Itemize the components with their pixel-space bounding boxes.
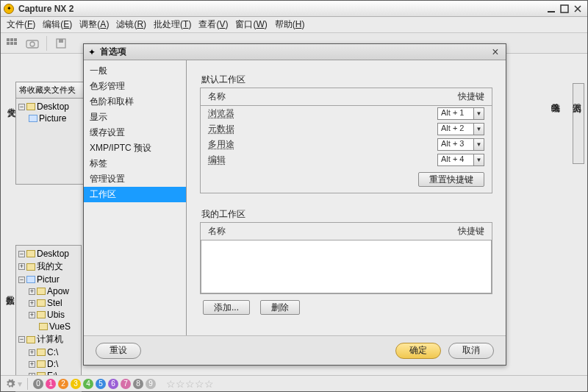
collapse-icon[interactable]: − <box>18 336 25 343</box>
delete-workspace-button[interactable]: 删除 <box>260 300 300 315</box>
svg-rect-1 <box>561 5 568 13</box>
dialog-close-button[interactable]: × <box>490 46 501 58</box>
shortcut-input[interactable]: Alt + 1 <box>437 107 474 120</box>
col-name: 名称 <box>208 225 458 238</box>
tree-row[interactable]: VueS <box>18 321 79 332</box>
collapse-icon[interactable]: − <box>18 277 25 283</box>
label-badge[interactable]: 5 <box>96 379 106 389</box>
label-badge[interactable]: 4 <box>83 379 93 389</box>
tree-row[interactable]: +Stel <box>18 297 79 309</box>
close-button[interactable] <box>571 4 584 14</box>
cancel-button[interactable]: 取消 <box>448 343 494 359</box>
window-controls <box>545 4 584 14</box>
chevron-down-icon[interactable]: ▼ <box>474 154 484 166</box>
chevron-down-icon[interactable]: ▼ <box>474 123 484 135</box>
category-item[interactable]: 色彩管理 <box>84 79 186 94</box>
minimize-button[interactable] <box>545 4 558 14</box>
ok-button[interactable]: 确定 <box>395 343 441 359</box>
shortcut-input[interactable]: Alt + 3 <box>437 138 474 151</box>
tree-row[interactable]: −计算机 <box>18 332 79 346</box>
save-icon[interactable] <box>54 37 68 50</box>
tree-row[interactable]: −Desktop <box>18 248 79 260</box>
maximize-button[interactable] <box>558 4 571 14</box>
my-workspace-list[interactable] <box>201 240 492 293</box>
menu-batch[interactable]: 批处理(T) <box>151 17 194 32</box>
label-badge[interactable]: 6 <box>108 379 118 389</box>
label-badge[interactable]: 7 <box>121 379 131 389</box>
camera-icon[interactable] <box>26 37 39 50</box>
app-icon: ✦ <box>88 47 96 57</box>
star-icon[interactable]: ☆ <box>185 378 195 390</box>
expand-icon[interactable]: − <box>18 104 25 110</box>
expand-icon[interactable]: + <box>18 263 25 270</box>
dialog-body: 一般色彩管理色阶和取样显示缓存设置XMP/IPTC 预设标签管理设置工作区 默认… <box>84 60 506 335</box>
label-badge[interactable]: 3 <box>71 379 81 389</box>
category-item[interactable]: 缓存设置 <box>84 125 186 140</box>
svg-rect-5 <box>7 42 10 45</box>
label-badge[interactable]: 9 <box>146 379 156 389</box>
menu-filter[interactable]: 滤镜(R) <box>113 17 149 32</box>
app-window: ✦ Capture NX 2 文件(F) 编辑(E) 调整(A) 滤镜(R) 批… <box>0 0 588 392</box>
tree-row[interactable]: +C:\ <box>18 346 79 358</box>
category-item[interactable]: 标签 <box>84 156 186 171</box>
category-item[interactable]: 管理设置 <box>84 171 186 187</box>
expand-icon[interactable]: + <box>29 300 35 307</box>
tree-row[interactable]: +Apow <box>18 285 79 297</box>
chevron-down-icon[interactable]: ▼ <box>474 138 484 151</box>
grid-icon[interactable] <box>5 37 18 50</box>
star-icon[interactable]: ☆ <box>195 378 204 390</box>
statusbar: ▾ 0123456789 ☆☆☆☆☆ <box>1 375 587 391</box>
chevron-down-icon[interactable]: ▼ <box>474 107 484 120</box>
collapse-icon[interactable]: − <box>18 251 25 257</box>
folder-icon <box>37 288 46 295</box>
menu-view[interactable]: 查看(V) <box>196 17 231 32</box>
menu-window[interactable]: 窗口(W) <box>232 17 270 32</box>
tree-row[interactable]: +我的文 <box>18 260 79 274</box>
menu-file[interactable]: 文件(F) <box>4 17 38 32</box>
drive-icon <box>37 349 46 356</box>
workspace-row: 多用途Alt + 3▼ <box>201 137 492 152</box>
category-item[interactable]: 工作区 <box>84 187 186 202</box>
dialog-main: 默认工作区 名称 快捷键 浏览器Alt + 1▼元数据Alt + 2▼多用途Al… <box>187 60 506 335</box>
category-item[interactable]: XMP/IPTC 预设 <box>84 140 186 156</box>
label-badge[interactable]: 8 <box>133 379 143 389</box>
right-panel-strip[interactable] <box>573 83 584 164</box>
tree-row[interactable]: +Ubis <box>18 309 79 321</box>
reset-shortcuts-button[interactable]: 重置快捷键 <box>418 172 484 187</box>
dialog-title: 首选项 <box>100 46 490 58</box>
svg-rect-6 <box>10 42 13 45</box>
label-badge[interactable]: 2 <box>58 379 68 389</box>
folder-icon <box>37 299 46 307</box>
label-badge[interactable]: 1 <box>46 379 56 389</box>
tree-row-desktop[interactable]: −Desktop <box>18 101 90 113</box>
shortcut-input[interactable]: Alt + 2 <box>437 123 474 135</box>
rating-stars[interactable]: ☆☆☆☆☆ <box>166 378 214 390</box>
menu-edit[interactable]: 编辑(E) <box>40 17 75 32</box>
folder-icon <box>26 103 35 110</box>
star-icon[interactable]: ☆ <box>204 378 214 390</box>
reset-button[interactable]: 重设 <box>96 343 141 359</box>
workspace-row: 浏览器Alt + 1▼ <box>201 106 492 121</box>
gear-icon[interactable] <box>5 379 15 389</box>
tree-row[interactable]: −Pictur <box>18 274 79 285</box>
tree-row-pictures[interactable]: Picture <box>18 113 90 124</box>
category-item[interactable]: 显示 <box>84 110 186 125</box>
expand-icon[interactable]: + <box>29 349 35 356</box>
shortcut-input[interactable]: Alt + 4 <box>437 154 474 166</box>
category-item[interactable]: 色阶和取样 <box>84 94 186 110</box>
expand-icon[interactable]: + <box>29 312 35 318</box>
svg-rect-11 <box>59 39 63 43</box>
favorites-header: 将收藏夹文件夹 <box>16 82 93 99</box>
expand-icon[interactable]: + <box>29 361 35 368</box>
label-badge[interactable]: 0 <box>33 379 43 389</box>
expand-icon[interactable]: + <box>29 288 35 295</box>
menu-adjust[interactable]: 调整(A) <box>76 17 112 32</box>
dialog-footer: 重设 确定 取消 <box>84 335 506 365</box>
star-icon[interactable]: ☆ <box>176 378 185 390</box>
my-workspace-box: 名称 快捷键 <box>200 222 492 294</box>
category-item[interactable]: 一般 <box>84 63 186 79</box>
add-workspace-button[interactable]: 添加... <box>203 300 250 315</box>
tree-row[interactable]: +D:\ <box>18 358 79 370</box>
star-icon[interactable]: ☆ <box>166 378 176 390</box>
menu-help[interactable]: 帮助(H) <box>272 17 308 32</box>
